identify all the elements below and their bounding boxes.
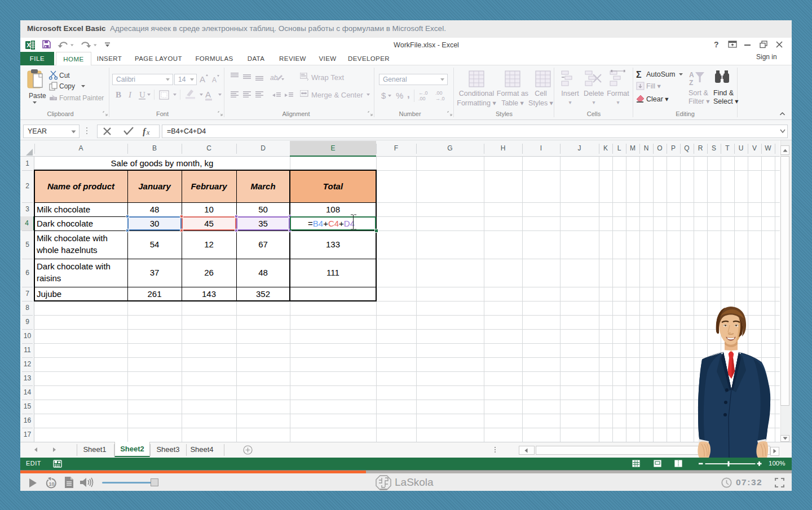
svg-text:,: ,	[407, 89, 410, 100]
svg-text:Fill ▾: Fill ▾	[646, 82, 661, 90]
svg-text:Format Painter: Format Painter	[59, 94, 104, 102]
svg-text:Copy: Copy	[59, 82, 75, 90]
svg-text:x: x	[146, 128, 150, 136]
svg-text:$: $	[381, 91, 386, 100]
svg-text:%: %	[396, 91, 403, 100]
svg-text:f: f	[143, 127, 147, 136]
svg-text:Z: Z	[689, 79, 693, 87]
svg-text:A: A	[689, 71, 694, 79]
svg-text:.00: .00	[435, 90, 443, 96]
svg-text:Clear ▾: Clear ▾	[646, 95, 669, 103]
svg-text:A: A	[205, 90, 211, 99]
svg-text:X: X	[27, 42, 31, 48]
svg-text:←.0: ←.0	[418, 90, 428, 96]
svg-text:AutoSum: AutoSum	[646, 70, 675, 78]
svg-text:Filter ▾: Filter ▾	[689, 97, 710, 105]
svg-text:Sort &: Sort &	[689, 89, 708, 97]
svg-text:ab: ab	[270, 74, 278, 81]
svg-text:10: 10	[48, 481, 54, 487]
svg-text:Cut: Cut	[59, 72, 70, 79]
svg-text:?: ?	[714, 40, 719, 49]
svg-text:Find &: Find &	[713, 89, 734, 97]
svg-text:Wrap Text: Wrap Text	[311, 73, 344, 82]
svg-text:A: A	[212, 76, 217, 84]
svg-text:A: A	[200, 74, 205, 84]
svg-text:I: I	[128, 90, 132, 99]
svg-text:Select ▾: Select ▾	[713, 97, 739, 105]
svg-text:Paste: Paste	[29, 92, 46, 100]
svg-text:→.0: →.0	[435, 96, 445, 101]
svg-text:B: B	[116, 90, 121, 99]
svg-text:Merge & Center: Merge & Center	[311, 91, 363, 99]
svg-text:Σ: Σ	[636, 70, 642, 79]
svg-text:U: U	[139, 90, 145, 99]
svg-text:.00: .00	[418, 96, 426, 101]
